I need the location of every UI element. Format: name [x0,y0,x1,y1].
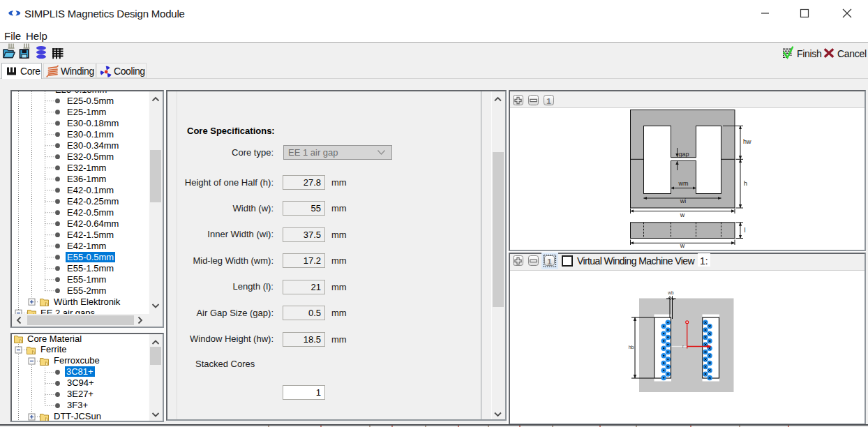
svg-text:l: l [744,227,746,234]
svg-text:hw: hw [743,138,751,145]
svg-text:w: w [680,211,685,218]
svg-text:h: h [744,180,747,187]
svg-text:1: 1 [547,257,552,266]
svg-text:wm: wm [678,180,689,187]
svg-text:w: w [680,242,685,249]
svg-text:hb: hb [629,345,634,350]
svg-text:gap: gap [679,151,689,158]
svg-text:1: 1 [546,97,551,105]
svg-text:wi: wi [680,197,687,204]
svg-text:wb: wb [667,290,674,295]
